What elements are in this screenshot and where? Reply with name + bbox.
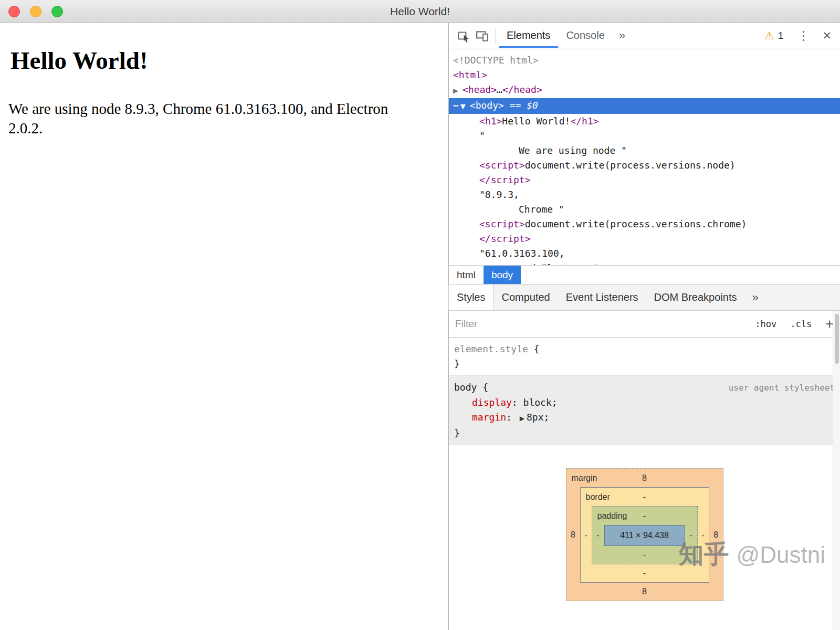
window-content: Hello World! We are using node 8.9.3, Ch… [0,23,840,630]
css-declaration[interactable]: margin: ▶8px; [454,410,835,426]
inspect-element-icon[interactable] [454,26,473,45]
dom-tree-line[interactable]: <html> [449,68,840,82]
box-model-border-right[interactable]: - [698,531,709,540]
close-window-button[interactable] [8,6,20,17]
box-model-margin-top[interactable]: 8 [642,474,647,483]
brace-open: { [528,343,540,354]
warning-count: 1 [778,30,784,41]
window-title: Hello World! [390,5,450,18]
dom-token: <h1> [479,116,502,127]
dom-tree-line[interactable]: We are using node " [449,143,840,158]
dom-tree-line[interactable]: </script> [449,173,840,187]
breadcrumb-body[interactable]: body [484,266,521,284]
devtools-toolbar: ElementsConsole » ⚠ 1 ⋮ ✕ [449,23,840,48]
dom-tree-line[interactable]: "8.9.3, [449,187,840,202]
box-model-content[interactable]: 411 × 94.438 [604,525,685,546]
dom-token: <!DOCTYPE html> [453,55,539,66]
devtools-tab-elements[interactable]: Elements [499,23,558,48]
devtools-menu-icon[interactable]: ⋮ [797,28,810,43]
sidebar-more-tabs-button[interactable]: » [744,285,765,310]
box-model-margin-label: margin [572,474,597,483]
devtools-close-icon[interactable]: ✕ [822,29,832,42]
box-model-border-label: border [586,492,610,502]
element-style-section[interactable]: element.style { } [449,338,840,376]
devtools-tab-console[interactable]: Console [558,23,612,48]
dom-tree-line[interactable]: ▶<head>…</head> [449,82,840,98]
sidebar-tab-computed[interactable]: Computed [494,285,558,310]
traffic-lights [8,6,63,17]
styles-filter-row: :hov .cls + [449,311,840,338]
sidebar-tab-event-listeners[interactable]: Event Listeners [558,285,646,310]
css-property-name[interactable]: display [472,397,512,408]
body-rule-section[interactable]: body { user agent stylesheet display: bl… [449,376,840,445]
dom-tree-line[interactable]: ⋯▼<body> == $0 [449,98,840,114]
scrollbar-thumb[interactable] [835,314,839,364]
minimize-window-button[interactable] [30,6,41,17]
css-property-name[interactable]: margin [472,412,506,423]
box-model-border-left[interactable]: - [581,531,592,540]
toggle-hover-state-button[interactable]: :hov [755,319,776,329]
box-model-padding-right[interactable]: - [685,531,697,540]
dom-token: "61.0.3163.100, [479,248,565,259]
dom-tree-line[interactable]: <script>document.write(process.versions.… [449,158,840,173]
tree-toggle-icon[interactable]: ▶ [453,83,463,98]
devtools-panel: ElementsConsole » ⚠ 1 ⋮ ✕ <!DOCTYPE html… [449,23,840,630]
box-model-margin-left[interactable]: 8 [566,530,580,540]
dom-token: </h1> [570,116,598,127]
sidebar-tab-dom-breakpoints[interactable]: DOM Breakpoints [646,285,745,310]
box-model-margin-ring[interactable]: margin 8 8 border - - [566,468,723,601]
sidebar-tab-styles[interactable]: Styles [448,285,494,310]
dom-token: <script> [479,160,525,171]
dom-tree-line[interactable]: " [449,129,840,143]
console-warning-indicator[interactable]: ⚠ 1 [764,29,783,42]
box-model-margin-bottom[interactable]: 8 [642,587,647,596]
box-model-border-top[interactable]: - [643,492,646,502]
overflow-dots-icon[interactable]: ⋯ [453,98,459,113]
warning-icon: ⚠ [764,29,774,42]
dom-tree-line[interactable]: and Electron " [449,261,840,265]
dom-tree-line[interactable]: <h1>Hello World!</h1> [449,114,840,129]
css-property-value[interactable]: 8px; [527,412,549,423]
dom-token: We are using node " [519,145,627,156]
tree-toggle-icon[interactable]: ▼ [460,99,470,114]
dom-tree-line[interactable]: <!DOCTYPE html> [449,53,840,68]
window-titlebar: Hello World! [0,0,840,23]
rendered-page: Hello World! We are using node 8.9.3, Ch… [0,23,449,630]
dom-token: </head> [502,84,542,95]
stylesheet-origin: user agent stylesheet [729,381,835,395]
box-model-padding-left[interactable]: - [592,531,604,540]
dom-token: document.write(process.versions.node) [525,160,736,171]
dom-token: </script> [479,233,531,244]
sidebar-scrollbar[interactable] [833,311,840,630]
css-property-value[interactable]: block; [523,397,558,408]
styles-filter-input[interactable] [455,318,741,330]
breadcrumb-html[interactable]: html [449,266,484,284]
dom-tree-line[interactable]: <script>document.write(process.versions.… [449,217,840,232]
dom-token: … [497,84,502,95]
dom-tree-line[interactable]: </script> [449,232,840,246]
css-declarations: display: block;margin: ▶8px; [454,395,835,426]
toggle-class-button[interactable]: .cls [790,319,812,329]
dom-token: <body> [470,100,504,111]
dom-token: <script> [479,218,525,229]
element-style-selector: element.style [454,343,528,354]
dom-token: document.write(process.versions.chrome) [525,218,747,229]
box-model-margin-right[interactable]: 8 [709,530,723,540]
css-declaration[interactable]: display: block; [454,395,835,410]
expand-shorthand-icon[interactable]: ▶ [520,415,524,422]
zoom-window-button[interactable] [51,6,63,17]
dom-token: "8.9.3, [479,189,519,200]
box-model-border-ring[interactable]: border - - padding - [580,487,709,583]
box-model-padding-ring[interactable]: padding - - 411 × 94.438 - - [592,506,698,564]
device-toolbar-icon[interactable] [473,26,492,45]
more-panels-button[interactable]: » [613,29,632,43]
box-model-border-bottom[interactable]: - [643,569,646,578]
devtools-tabs: ElementsConsole [499,23,613,48]
body-rule-close-brace: } [454,426,835,440]
dom-tree-line[interactable]: "61.0.3163.100, [449,246,840,261]
box-model-padding-bottom[interactable]: - [643,550,646,560]
box-model-padding-top[interactable]: - [643,511,646,521]
box-model-section: margin 8 8 border - - [449,445,840,630]
dom-tree-line[interactable]: Chrome " [449,202,840,217]
dom-token: " [479,130,485,141]
